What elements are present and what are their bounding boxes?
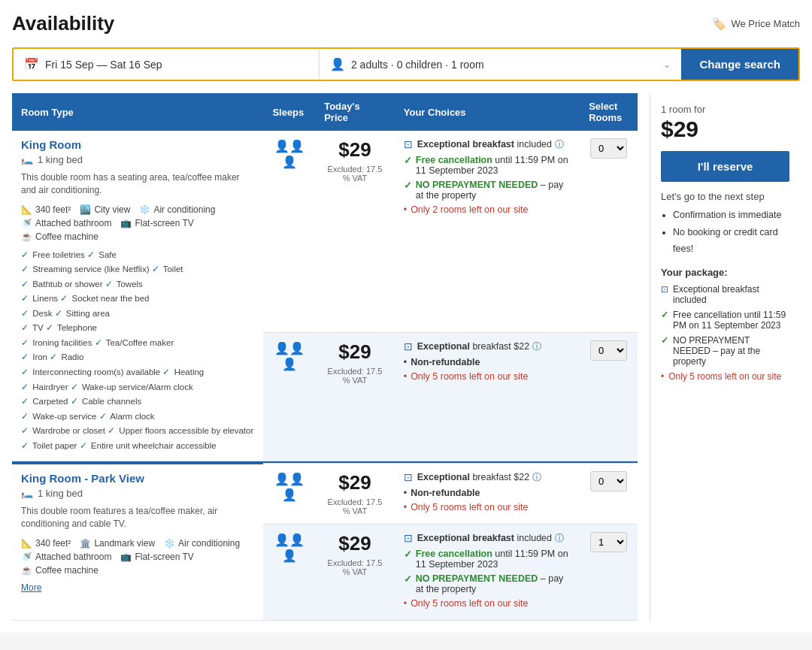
- th-todays-price: Today's Price: [315, 93, 395, 131]
- bullet-red-icon: •: [661, 371, 664, 382]
- feature-item: 🏛️Landmark view: [80, 538, 155, 549]
- room-features: 📐340 feet²🏛️Landmark view❄️Air condition…: [21, 538, 254, 576]
- feature-icon: 📐: [21, 538, 32, 549]
- amenity: ✓ Tea/Coffee maker: [95, 338, 174, 347]
- step-2: No booking or credit card fees!: [673, 224, 789, 258]
- amenity: ✓ Telephone: [46, 323, 97, 332]
- page-header: Availability 🏷️ We Price Match: [12, 12, 800, 35]
- amenity: ✓ TV: [21, 323, 44, 332]
- bullet-red-icon: •: [404, 371, 407, 382]
- price-amount: $29: [324, 138, 386, 162]
- check-icon: ✓: [21, 426, 29, 435]
- info-icon[interactable]: ⓘ: [532, 341, 541, 352]
- select-cell: 012345678910: [580, 525, 638, 621]
- feature-item: ❄️Air conditioning: [164, 538, 240, 549]
- amenities-list: ✓ Free toiletries ✓ Safe✓ Streaming serv…: [21, 248, 254, 454]
- amenity: ✓ Toilet paper: [21, 441, 77, 450]
- check-icon: ✓: [21, 265, 29, 274]
- room-quantity-select[interactable]: 012345678910: [590, 471, 627, 491]
- search-bar: 📅 Fri 15 Sep — Sat 16 Sep 👤 2 adults · 0…: [12, 47, 800, 81]
- next-step-label: Let's go to the next step: [661, 191, 789, 202]
- package-item-text-red: Only 5 rooms left on our site: [668, 371, 781, 382]
- room-quantity-select[interactable]: 012345678910: [590, 340, 627, 361]
- price-cell: $29Excluded: 17.5 % VAT: [315, 525, 395, 621]
- search-guests[interactable]: 👤 2 adults · 0 children · 1 room ⌄: [320, 50, 682, 79]
- feature-icon: ❄️: [139, 204, 150, 215]
- amenity: ✓ Desk: [21, 309, 52, 318]
- check-icon: ✓: [99, 412, 107, 421]
- price-cell: $29Excluded: 17.5 % VAT: [315, 131, 395, 333]
- breakfast-icon: ⊡: [661, 284, 668, 295]
- room-name-link-king-room[interactable]: King Room: [21, 138, 81, 151]
- price-cell: $29Excluded: 17.5 % VAT: [315, 464, 395, 525]
- check-icon: ✓: [95, 338, 102, 347]
- bed-type: 1 king bed: [38, 488, 83, 499]
- table-row: King Room - Park View 🛏️ 1 king bed This…: [12, 464, 638, 525]
- choice-text-red: Only 5 rooms left on our site: [411, 371, 528, 382]
- choice-text-red: Only 5 rooms left on our site: [411, 598, 528, 609]
- amenity: ✓ Hairdryer: [21, 382, 68, 392]
- info-icon[interactable]: ⓘ: [532, 472, 541, 482]
- sleeps-cell: 👤👤👤: [263, 333, 315, 461]
- check-icon: ✓: [404, 549, 412, 560]
- check-icon: ✓: [21, 382, 29, 392]
- price-excluded: Excluded: 17.5 % VAT: [324, 165, 386, 183]
- table-body: King Room 🛏️ 1 king bed This double room…: [12, 131, 638, 621]
- tag-icon: 🏷️: [712, 17, 726, 31]
- rooms-table-wrapper: Room Type Sleeps Today's Price Your Choi…: [12, 93, 638, 621]
- more-link[interactable]: More: [21, 582, 41, 593]
- choices-cell: ⊡Exceptional breakfast $22ⓘ•Non-refundab…: [395, 464, 580, 525]
- th-your-choices: Your Choices: [395, 93, 580, 131]
- bed-info: 🛏️ 1 king bed: [21, 488, 254, 499]
- check-icon: ✓: [21, 441, 29, 450]
- select-cell: 012345678910: [580, 464, 638, 525]
- feature-icon: 📐: [21, 204, 32, 215]
- breakfast-icon: ⊡: [404, 138, 413, 150]
- sleeps-icons: 👤👤👤: [274, 140, 304, 168]
- amenity: ✓ Ironing facilities: [21, 338, 92, 347]
- room-info-king-room-park-view: King Room - Park View 🛏️ 1 king bed This…: [12, 464, 263, 621]
- check-icon: ✓: [404, 180, 412, 191]
- bullet-red-icon: •: [404, 598, 407, 609]
- availability-table: Room Type Sleeps Today's Price Your Choi…: [12, 93, 638, 621]
- check-icon: ✓: [404, 573, 412, 585]
- sleeps-cell: 👤👤👤: [263, 131, 315, 333]
- change-search-button[interactable]: Change search: [681, 49, 798, 80]
- reserve-button[interactable]: I'll reserve: [661, 151, 789, 182]
- sidebar-package-item: ⊡Exceptional breakfast included: [661, 284, 789, 305]
- room-quantity-select[interactable]: 012345678910: [590, 532, 627, 552]
- sidebar-package-item: ✓NO PREPAYMENT NEEDED – pay at the prope…: [661, 335, 789, 367]
- room-name-link-king-room-park-view[interactable]: King Room - Park View: [21, 472, 144, 485]
- table-row: King Room 🛏️ 1 king bed This double room…: [12, 131, 638, 333]
- info-icon[interactable]: ⓘ: [555, 139, 564, 150]
- choice-text: Non-refundable: [411, 357, 480, 367]
- th-sleeps: Sleeps: [263, 93, 315, 131]
- amenity: ✓ Upper floors accessible by elevator: [108, 426, 253, 435]
- feature-icon: 🏛️: [80, 538, 91, 549]
- feature-icon: 🚿: [21, 218, 32, 228]
- check-icon: ✓: [50, 352, 57, 361]
- amenity: ✓ Bathtub or shower: [21, 280, 103, 289]
- info-icon[interactable]: ⓘ: [555, 533, 564, 543]
- guests-icon: 👤: [330, 57, 345, 71]
- bullet-red-icon: •: [404, 204, 407, 215]
- sleeps-icons: 👤👤👤: [274, 534, 304, 562]
- check-icon: ✓: [21, 412, 29, 421]
- breakfast-icon: ⊡: [404, 471, 413, 483]
- bed-info: 🛏️ 1 king bed: [21, 154, 254, 165]
- search-dates[interactable]: 📅 Fri 15 Sep — Sat 16 Sep: [14, 50, 320, 79]
- feature-item: 📺Flat-screen TV: [120, 218, 193, 228]
- table-header: Room Type Sleeps Today's Price Your Choi…: [12, 93, 638, 131]
- amenity: ✓ Socket near the bed: [60, 294, 149, 303]
- feature-icon: 📺: [120, 552, 132, 562]
- feature-item: 🚿Attached bathroom: [21, 552, 111, 562]
- amenity: ✓ Heating: [162, 367, 204, 376]
- sidebar-price: $29: [661, 116, 789, 142]
- check-icon: ✓: [21, 338, 29, 347]
- room-quantity-select[interactable]: 012345678910: [590, 138, 627, 159]
- check-icon: ✓: [21, 250, 29, 259]
- feature-icon: ☕: [21, 565, 32, 576]
- package-item-text: Free cancellation until 11:59 PM on 11 S…: [673, 310, 789, 331]
- amenity: ✓ Alarm clock: [99, 412, 155, 421]
- amenity: ✓ Towels: [105, 280, 143, 289]
